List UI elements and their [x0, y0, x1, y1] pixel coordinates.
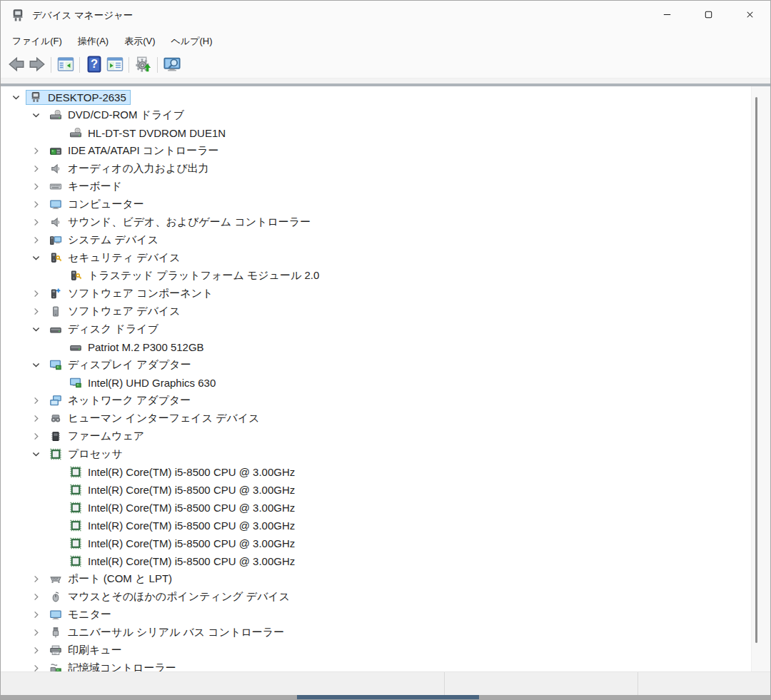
- chevron-right-icon[interactable]: [29, 431, 42, 442]
- tree-item[interactable]: Intel(R) Core(TM) i5-8500 CPU @ 3.00GHz: [1, 499, 770, 517]
- tree-item[interactable]: ファームウェア: [1, 427, 770, 445]
- tree-item[interactable]: ヒューマン インターフェイス デバイス: [1, 410, 770, 427]
- tree-item-body[interactable]: 印刷キュー: [46, 642, 126, 659]
- tree-item[interactable]: ネットワーク アダプター: [1, 392, 770, 410]
- tree-item[interactable]: Patriot M.2 P300 512GB: [1, 338, 770, 356]
- tree-item-body[interactable]: マウスとそのほかのポインティング デバイス: [46, 589, 294, 605]
- chevron-right-icon[interactable]: [29, 574, 42, 585]
- tree-item-body[interactable]: ディスプレイ アダプター: [46, 357, 196, 373]
- tree-item[interactable]: マウスとそのほかのポインティング デバイス: [1, 588, 770, 606]
- tree-item[interactable]: ポート (COM と LPT): [1, 570, 770, 588]
- tree-item-body[interactable]: Intel(R) Core(TM) i5-8500 CPU @ 3.00GHz: [66, 500, 299, 515]
- tree-item-body[interactable]: Intel(R) Core(TM) i5-8500 CPU @ 3.00GHz: [66, 482, 299, 497]
- chevron-right-icon[interactable]: [29, 163, 42, 175]
- tree-item-body[interactable]: DVD/CD-ROM ドライブ: [46, 107, 188, 123]
- tree-item[interactable]: IDE ATA/ATAPI コントローラー: [1, 142, 770, 160]
- chevron-right-icon[interactable]: [29, 235, 42, 246]
- close-button[interactable]: [729, 1, 770, 31]
- minimize-button[interactable]: [646, 1, 687, 31]
- tree-item[interactable]: ディスク ドライブ: [1, 320, 770, 338]
- chevron-right-icon[interactable]: [29, 181, 42, 193]
- tree-item[interactable]: コンピューター: [1, 196, 770, 213]
- tree-item-body[interactable]: Intel(R) Core(TM) i5-8500 CPU @ 3.00GHz: [66, 536, 299, 551]
- tree-item[interactable]: DESKTOP-2635: [1, 88, 770, 106]
- tree-item[interactable]: Intel(R) Core(TM) i5-8500 CPU @ 3.00GHz: [1, 534, 770, 552]
- tree-item[interactable]: システム デバイス: [1, 231, 770, 249]
- tree-item-body[interactable]: セキュリティ デバイス: [46, 250, 185, 266]
- tree-item[interactable]: Intel(R) Core(TM) i5-8500 CPU @ 3.00GHz: [1, 517, 770, 534]
- chevron-right-icon[interactable]: [29, 288, 42, 300]
- chevron-right-icon[interactable]: [29, 306, 42, 318]
- scan-hardware-changes-button[interactable]: [133, 55, 153, 75]
- tree-item-body[interactable]: ディスク ドライブ: [46, 321, 163, 338]
- tree-item[interactable]: Intel(R) UHD Graphics 630: [1, 374, 770, 392]
- tree-item-body[interactable]: ユニバーサル シリアル バス コントローラー: [46, 624, 288, 641]
- tree-item-body[interactable]: オーディオの入力および出力: [46, 161, 213, 177]
- tree-item[interactable]: 印刷キュー: [1, 641, 770, 659]
- tree-item-body[interactable]: ソフトウェア デバイス: [46, 303, 185, 320]
- tree-item-body[interactable]: サウンド、ビデオ、およびゲーム コントローラー: [46, 214, 315, 230]
- tree-item[interactable]: キーボード: [1, 178, 770, 196]
- chevron-right-icon[interactable]: [29, 199, 42, 210]
- tree-item-selected-body[interactable]: DESKTOP-2635: [26, 90, 131, 105]
- chevron-right-icon[interactable]: [29, 217, 42, 228]
- tree-item[interactable]: トラステッド プラットフォーム モジュール 2.0: [1, 267, 770, 285]
- tree-item-body[interactable]: トラステッド プラットフォーム モジュール 2.0: [66, 268, 323, 284]
- tree-item[interactable]: 記憶域コントローラー: [1, 659, 770, 671]
- chevron-right-icon[interactable]: [29, 663, 42, 672]
- tree-item[interactable]: サウンド、ビデオ、およびゲーム コントローラー: [1, 213, 770, 231]
- tree-item-body[interactable]: 記憶域コントローラー: [46, 660, 181, 671]
- forward-button[interactable]: [27, 55, 46, 75]
- tree-item-body[interactable]: モニター: [46, 607, 116, 623]
- tree-item-body[interactable]: コンピューター: [46, 196, 148, 213]
- tree-item-body[interactable]: Intel(R) Core(TM) i5-8500 CPU @ 3.00GHz: [66, 554, 299, 569]
- tree-item[interactable]: セキュリティ デバイス: [1, 249, 770, 267]
- menu-view[interactable]: 表示(V): [116, 32, 163, 51]
- menu-help[interactable]: ヘルプ(H): [163, 32, 221, 51]
- menu-action[interactable]: 操作(A): [70, 32, 116, 51]
- help-button[interactable]: ?: [84, 55, 104, 75]
- tree-item[interactable]: ユニバーサル シリアル バス コントローラー: [1, 624, 770, 641]
- tree-item-body[interactable]: Patriot M.2 P300 512GB: [66, 340, 208, 355]
- chevron-right-icon[interactable]: [29, 592, 42, 603]
- tree-item-body[interactable]: ソフトウェア コンポーネント: [46, 285, 217, 302]
- tree-item-body[interactable]: IDE ATA/ATAPI コントローラー: [46, 143, 223, 159]
- tree-item[interactable]: HL-DT-ST DVDROM DUE1N: [1, 124, 770, 142]
- chevron-down-icon[interactable]: [9, 92, 22, 103]
- tree-item-body[interactable]: Intel(R) Core(TM) i5-8500 CPU @ 3.00GHz: [66, 518, 299, 533]
- tree-item[interactable]: Intel(R) Core(TM) i5-8500 CPU @ 3.00GHz: [1, 481, 770, 499]
- maximize-button[interactable]: [687, 1, 729, 31]
- chevron-down-icon[interactable]: [29, 324, 42, 335]
- tree-item-body[interactable]: ネットワーク アダプター: [46, 392, 195, 409]
- device-search-button[interactable]: [162, 55, 181, 75]
- chevron-right-icon[interactable]: [29, 627, 42, 639]
- tree-item-body[interactable]: プロセッサ: [46, 446, 127, 462]
- tree-item-body[interactable]: ファームウェア: [46, 428, 148, 445]
- chevron-down-icon[interactable]: [29, 110, 42, 121]
- show-console-tree-button[interactable]: [56, 55, 75, 75]
- chevron-down-icon[interactable]: [29, 449, 42, 460]
- tree-item-body[interactable]: HL-DT-ST DVDROM DUE1N: [66, 126, 230, 141]
- tree-item[interactable]: DVD/CD-ROM ドライブ: [1, 106, 770, 124]
- vertical-scrollbar-track[interactable]: [751, 86, 770, 671]
- tree-item[interactable]: プロセッサ: [1, 445, 770, 463]
- chevron-right-icon[interactable]: [29, 609, 42, 621]
- chevron-right-icon[interactable]: [29, 413, 42, 425]
- tree-item[interactable]: オーディオの入力および出力: [1, 160, 770, 178]
- vertical-scrollbar-thumb[interactable]: [755, 97, 757, 643]
- tree-item[interactable]: ソフトウェア コンポーネント: [1, 285, 770, 303]
- properties-button[interactable]: [105, 55, 124, 75]
- chevron-down-icon[interactable]: [29, 253, 42, 264]
- chevron-right-icon[interactable]: [29, 645, 42, 656]
- tree-item-body[interactable]: ヒューマン インターフェイス デバイス: [46, 410, 264, 427]
- tree-item-body[interactable]: Intel(R) UHD Graphics 630: [66, 375, 220, 390]
- menu-file[interactable]: ファイル(F): [4, 32, 70, 51]
- tree-item[interactable]: モニター: [1, 606, 770, 624]
- tree-item[interactable]: ディスプレイ アダプター: [1, 356, 770, 374]
- tree-item[interactable]: ソフトウェア デバイス: [1, 303, 770, 320]
- tree-item[interactable]: Intel(R) Core(TM) i5-8500 CPU @ 3.00GHz: [1, 463, 770, 481]
- tree-item-body[interactable]: ポート (COM と LPT): [46, 571, 176, 587]
- tree-item-body[interactable]: Intel(R) Core(TM) i5-8500 CPU @ 3.00GHz: [66, 465, 299, 480]
- tree-item-body[interactable]: システム デバイス: [46, 232, 163, 248]
- back-button[interactable]: [6, 55, 26, 75]
